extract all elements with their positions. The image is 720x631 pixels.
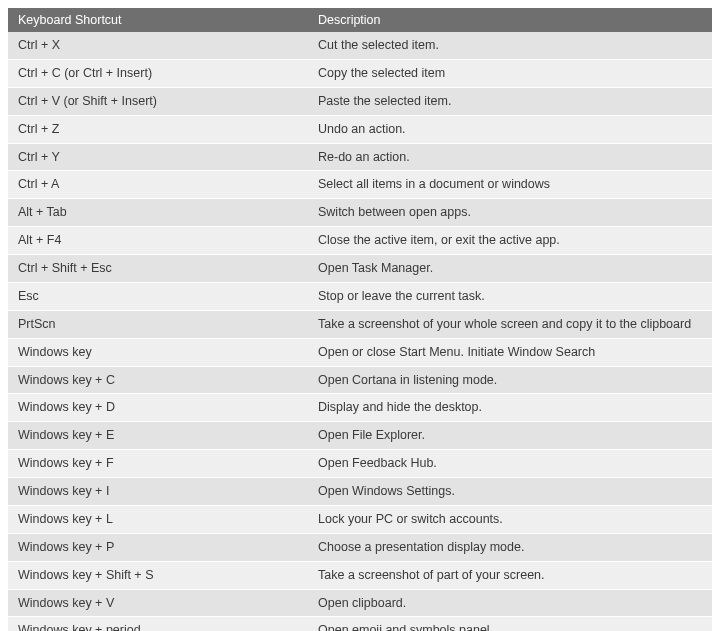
cell-shortcut: Ctrl + Y <box>8 143 308 171</box>
table-header-row: Keyboard Shortcut Description <box>8 8 712 32</box>
table-row: Ctrl + Shift + EscOpen Task Manager. <box>8 255 712 283</box>
cell-description: Open clipboard. <box>308 589 712 617</box>
cell-shortcut: Esc <box>8 282 308 310</box>
cell-description: Take a screenshot of part of your screen… <box>308 561 712 589</box>
cell-description: Stop or leave the current task. <box>308 282 712 310</box>
cell-shortcut: Windows key + E <box>8 422 308 450</box>
table-row: Alt + F4Close the active item, or exit t… <box>8 227 712 255</box>
cell-description: Choose a presentation display mode. <box>308 533 712 561</box>
table-row: Windows key + EOpen File Explorer. <box>8 422 712 450</box>
table-row: Ctrl + YRe-do an action. <box>8 143 712 171</box>
cell-description: Switch between open apps. <box>308 199 712 227</box>
cell-shortcut: Alt + Tab <box>8 199 308 227</box>
table-row: Windows key + COpen Cortana in listening… <box>8 366 712 394</box>
cell-shortcut: Windows key + V <box>8 589 308 617</box>
cell-description: Copy the selected item <box>308 59 712 87</box>
cell-description: Undo an action. <box>308 115 712 143</box>
cell-shortcut: PrtScn <box>8 310 308 338</box>
table-row: Windows key + LLock your PC or switch ac… <box>8 505 712 533</box>
shortcut-table: Keyboard Shortcut Description Ctrl + XCu… <box>8 8 712 631</box>
cell-shortcut: Windows key + I <box>8 478 308 506</box>
cell-shortcut: Windows key + F <box>8 450 308 478</box>
cell-shortcut: Windows key + D <box>8 394 308 422</box>
cell-shortcut: Alt + F4 <box>8 227 308 255</box>
cell-shortcut: Windows key + Shift + S <box>8 561 308 589</box>
cell-description: Display and hide the desktop. <box>308 394 712 422</box>
cell-description: Cut the selected item. <box>308 32 712 59</box>
cell-shortcut: Ctrl + Z <box>8 115 308 143</box>
cell-description: Open Cortana in listening mode. <box>308 366 712 394</box>
table-row: Windows key + PChoose a presentation dis… <box>8 533 712 561</box>
cell-shortcut: Windows key <box>8 338 308 366</box>
cell-shortcut: Windows key + P <box>8 533 308 561</box>
cell-shortcut: Windows key + L <box>8 505 308 533</box>
cell-description: Close the active item, or exit the activ… <box>308 227 712 255</box>
cell-description: Take a screenshot of your whole screen a… <box>308 310 712 338</box>
table-row: Windows key + IOpen Windows Settings. <box>8 478 712 506</box>
cell-shortcut: Ctrl + C (or Ctrl + Insert) <box>8 59 308 87</box>
cell-shortcut: Ctrl + X <box>8 32 308 59</box>
table-row: PrtScnTake a screenshot of your whole sc… <box>8 310 712 338</box>
cell-description: Lock your PC or switch accounts. <box>308 505 712 533</box>
cell-description: Open emoji and symbols panel. <box>308 617 712 631</box>
table-row: Windows key + periodOpen emoji and symbo… <box>8 617 712 631</box>
table-row: Windows keyOpen or close Start Menu. Ini… <box>8 338 712 366</box>
table-row: Ctrl + C (or Ctrl + Insert)Copy the sele… <box>8 59 712 87</box>
table-row: Windows key + VOpen clipboard. <box>8 589 712 617</box>
cell-description: Select all items in a document or window… <box>308 171 712 199</box>
cell-description: Open Feedback Hub. <box>308 450 712 478</box>
cell-shortcut: Ctrl + Shift + Esc <box>8 255 308 283</box>
cell-shortcut: Ctrl + V (or Shift + Insert) <box>8 87 308 115</box>
table-row: Ctrl + V (or Shift + Insert)Paste the se… <box>8 87 712 115</box>
cell-description: Open Windows Settings. <box>308 478 712 506</box>
shortcut-table-wrapper: Keyboard Shortcut Description Ctrl + XCu… <box>0 0 720 631</box>
table-row: Windows key + DDisplay and hide the desk… <box>8 394 712 422</box>
cell-description: Open File Explorer. <box>308 422 712 450</box>
table-row: Windows key + Shift + STake a screenshot… <box>8 561 712 589</box>
table-row: EscStop or leave the current task. <box>8 282 712 310</box>
table-row: Ctrl + ASelect all items in a document o… <box>8 171 712 199</box>
table-row: Ctrl + ZUndo an action. <box>8 115 712 143</box>
table-row: Ctrl + XCut the selected item. <box>8 32 712 59</box>
cell-shortcut: Ctrl + A <box>8 171 308 199</box>
header-shortcut: Keyboard Shortcut <box>8 8 308 32</box>
header-description: Description <box>308 8 712 32</box>
cell-shortcut: Windows key + C <box>8 366 308 394</box>
table-row: Windows key + FOpen Feedback Hub. <box>8 450 712 478</box>
cell-description: Re-do an action. <box>308 143 712 171</box>
table-row: Alt + TabSwitch between open apps. <box>8 199 712 227</box>
cell-description: Open or close Start Menu. Initiate Windo… <box>308 338 712 366</box>
cell-description: Open Task Manager. <box>308 255 712 283</box>
cell-shortcut: Windows key + period <box>8 617 308 631</box>
cell-description: Paste the selected item. <box>308 87 712 115</box>
